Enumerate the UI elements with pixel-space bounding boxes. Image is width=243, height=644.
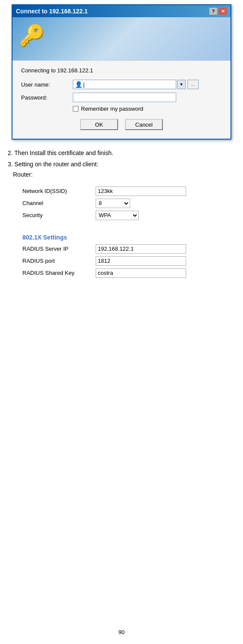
dialog-content: Connecting to 192.168.122.1 User name: 👤…: [12, 60, 231, 139]
username-field[interactable]: 👤 |: [73, 80, 176, 89]
channel-select[interactable]: 1234 5678 91011: [96, 199, 130, 208]
network-id-input[interactable]: [96, 187, 186, 196]
channel-row: Channel 1234 5678 91011: [18, 199, 225, 208]
user-icon: 👤: [75, 81, 82, 88]
spacer: [18, 223, 225, 227]
radius-key-row: RADIUS Shared Key: [18, 268, 225, 278]
password-label: Password:: [21, 94, 73, 101]
password-label-text: Password:: [21, 94, 47, 101]
radius-key-input[interactable]: [96, 268, 186, 278]
ok-button[interactable]: OK: [80, 119, 118, 130]
dialog-banner: 🔑: [12, 17, 231, 60]
radius-server-label: RADIUS Server IP: [18, 246, 96, 252]
radius-port-label: RADIUS port: [18, 258, 96, 264]
channel-select-wrapper: 1234 5678 91011: [96, 199, 130, 208]
security-row: Security WPA WPA2 WEP None: [18, 211, 225, 220]
radius-port-input[interactable]: [96, 256, 186, 266]
connect-dialog: Connect to 192.168.122.1 ? ✕ 🔑 Connectin…: [12, 4, 231, 140]
password-field[interactable]: [73, 93, 176, 102]
dialog-titlebar: Connect to 192.168.122.1 ? ✕: [12, 5, 231, 17]
username-label: User name:: [21, 81, 73, 88]
dialog-title: Connect to 192.168.122.1: [16, 8, 88, 15]
security-select-wrapper: WPA WPA2 WEP None: [96, 211, 139, 220]
username-browse-btn[interactable]: …: [187, 80, 199, 89]
username-row: User name: 👤 | ▼ …: [21, 80, 222, 89]
remember-label: Remember my password: [81, 106, 143, 112]
dialog-buttons: OK Cancel: [21, 119, 222, 130]
username-dropdown-btn[interactable]: ▼: [177, 80, 186, 89]
cancel-button[interactable]: Cancel: [125, 119, 163, 130]
router-label: Router:: [8, 171, 235, 178]
security-select[interactable]: WPA WPA2 WEP None: [96, 211, 139, 220]
help-button[interactable]: ?: [209, 7, 218, 15]
router-settings-table: Network ID(SSID) Channel 1234 5678 91011…: [18, 187, 225, 278]
network-id-label: Network ID(SSID): [18, 188, 96, 194]
username-input-group: 👤 | ▼ …: [73, 80, 199, 89]
main-content: 2. Then Install this certificate and fin…: [0, 140, 243, 304]
remember-checkbox[interactable]: [73, 106, 78, 112]
cursor: |: [83, 81, 84, 88]
step3-text: 3. Setting on the router and client:: [8, 159, 235, 169]
dialog-title-text: Connect to 192.168.122.1: [16, 8, 88, 15]
radius-port-row: RADIUS port: [18, 256, 225, 266]
titlebar-buttons: ? ✕: [209, 7, 227, 15]
8021x-heading: 802.1X Settings: [22, 234, 225, 241]
radius-server-input[interactable]: [96, 244, 186, 254]
key-icon: 🔑: [19, 24, 45, 48]
username-label-text: User name:: [21, 81, 50, 88]
security-label: Security: [18, 212, 96, 218]
password-row: Password:: [21, 93, 222, 102]
page-number: 90: [118, 629, 125, 635]
radius-key-label: RADIUS Shared Key: [18, 270, 96, 276]
step2-text: 2. Then Install this certificate and fin…: [8, 148, 235, 158]
network-id-row: Network ID(SSID): [18, 187, 225, 196]
channel-label: Channel: [18, 200, 96, 206]
remember-row: Remember my password: [73, 106, 222, 112]
radius-server-row: RADIUS Server IP: [18, 244, 225, 254]
close-button[interactable]: ✕: [218, 7, 227, 15]
connecting-text: Connecting to 192.168.122.1: [21, 67, 222, 74]
